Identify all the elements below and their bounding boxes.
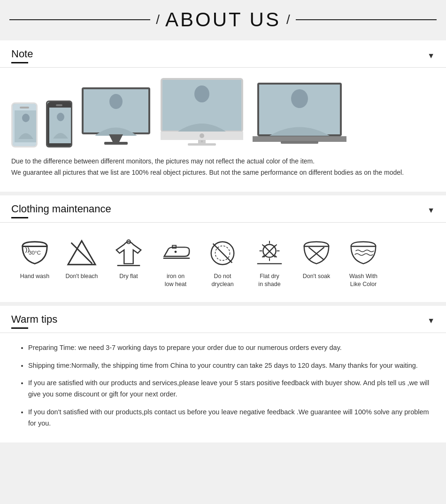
handwash-icon: 30°C bbox=[18, 237, 51, 270]
flatdryshade-label: Flat dryin shade bbox=[258, 272, 280, 289]
tip-2: Shipping time:Normally, the shipping tim… bbox=[28, 360, 435, 372]
nosoak-icon bbox=[300, 237, 333, 270]
handwash-label: Hand wash bbox=[20, 272, 50, 281]
device-images bbox=[11, 77, 435, 147]
phone1-container bbox=[11, 102, 38, 147]
care-nodryclean: Do notdryclean bbox=[199, 237, 246, 289]
care-dryflat: Dry flat bbox=[105, 237, 152, 281]
care-nosoak: Don't soak bbox=[293, 237, 340, 281]
dryflat-label: Dry flat bbox=[119, 272, 138, 281]
phone1-device bbox=[11, 102, 38, 147]
note-section-title: Note bbox=[11, 48, 33, 60]
header-section: / ABOUT US / bbox=[0, 0, 446, 37]
svg-text:30°C: 30°C bbox=[29, 249, 41, 256]
warmtips-title-underline bbox=[11, 327, 28, 329]
nobleach-label: Don't bleach bbox=[65, 272, 98, 281]
nodryclean-icon bbox=[206, 237, 239, 270]
svg-point-2 bbox=[22, 114, 30, 122]
iron-label: iron onlow heat bbox=[165, 272, 187, 289]
note-title-underline bbox=[11, 62, 28, 63]
nosoak-label: Don't soak bbox=[303, 272, 331, 281]
warmtips-section: Warm tips ▼ Preparing Time: we need 3-7 … bbox=[0, 306, 446, 443]
tip-3: If you are satisfied with our products a… bbox=[28, 378, 435, 400]
iron-icon bbox=[159, 237, 192, 270]
svg-line-33 bbox=[213, 243, 232, 263]
care-handwash: 30°C Hand wash bbox=[11, 237, 58, 281]
note-text-1: Due to the difference between different … bbox=[11, 156, 435, 178]
care-flatdryshade: Flat dryin shade bbox=[246, 237, 293, 289]
svg-rect-23 bbox=[281, 141, 318, 144]
note-section: Note ▼ bbox=[0, 40, 446, 192]
laptop-container bbox=[253, 82, 346, 147]
svg-point-5 bbox=[57, 113, 64, 121]
care-iron: iron onlow heat bbox=[152, 237, 199, 289]
care-washlikecolor: Wash WithLike Color bbox=[340, 237, 387, 289]
header-line-right bbox=[296, 19, 437, 20]
svg-point-8 bbox=[109, 94, 123, 109]
clothing-section-title: Clothing maintenance bbox=[11, 203, 111, 215]
phone2-device bbox=[46, 101, 72, 147]
tips-list: Preparing Time: we need 3-7 working days… bbox=[19, 342, 435, 430]
washlikecolor-icon bbox=[347, 237, 380, 270]
clothing-title-underline bbox=[11, 217, 28, 218]
note-section-body: Due to the difference between different … bbox=[0, 68, 446, 192]
note-section-arrow: ▼ bbox=[427, 52, 435, 60]
dryflat-icon bbox=[112, 237, 145, 270]
clothing-section-arrow: ▼ bbox=[427, 206, 435, 215]
clothing-section-header[interactable]: Clothing maintenance ▼ bbox=[0, 195, 446, 223]
warmtips-section-arrow: ▼ bbox=[427, 317, 435, 325]
header-slash-right: / bbox=[286, 12, 290, 27]
header-slash-left: / bbox=[156, 12, 160, 27]
svg-rect-10 bbox=[104, 142, 128, 145]
care-icons-row: 30°C Hand wash Don't bleach bbox=[11, 237, 435, 289]
nodryclean-label: Do notdryclean bbox=[211, 272, 233, 289]
warmtips-section-title: Warm tips bbox=[11, 313, 57, 326]
tip-1: Preparing Time: we need 3-7 working days… bbox=[28, 342, 435, 354]
warmtips-section-header[interactable]: Warm tips ▼ bbox=[0, 306, 446, 333]
svg-point-21 bbox=[291, 89, 308, 108]
clothing-section-body: 30°C Hand wash Don't bleach bbox=[0, 223, 446, 302]
care-nobleach: Don't bleach bbox=[58, 237, 105, 281]
phone2-container bbox=[46, 101, 72, 147]
clothing-section: Clothing maintenance ▼ 30°C Hand wash bbox=[0, 195, 446, 302]
svg-marker-9 bbox=[109, 134, 123, 142]
flatdryshade-icon bbox=[253, 237, 286, 270]
svg-rect-17 bbox=[188, 143, 216, 146]
nobleach-icon bbox=[65, 237, 98, 270]
imac-container bbox=[160, 77, 244, 147]
header-line-left bbox=[9, 19, 150, 20]
page-title: ABOUT US bbox=[165, 8, 281, 31]
note-section-header[interactable]: Note ▼ bbox=[0, 40, 446, 68]
tip-4: If you don't satisfied with our products… bbox=[28, 407, 435, 429]
svg-point-31 bbox=[175, 250, 177, 253]
svg-point-18 bbox=[201, 140, 203, 142]
svg-point-15 bbox=[200, 133, 204, 138]
warmtips-body: Preparing Time: we need 3-7 working days… bbox=[0, 333, 446, 443]
monitor-container bbox=[81, 86, 151, 147]
washlikecolor-label: Wash WithLike Color bbox=[349, 272, 377, 289]
svg-point-13 bbox=[194, 85, 209, 102]
